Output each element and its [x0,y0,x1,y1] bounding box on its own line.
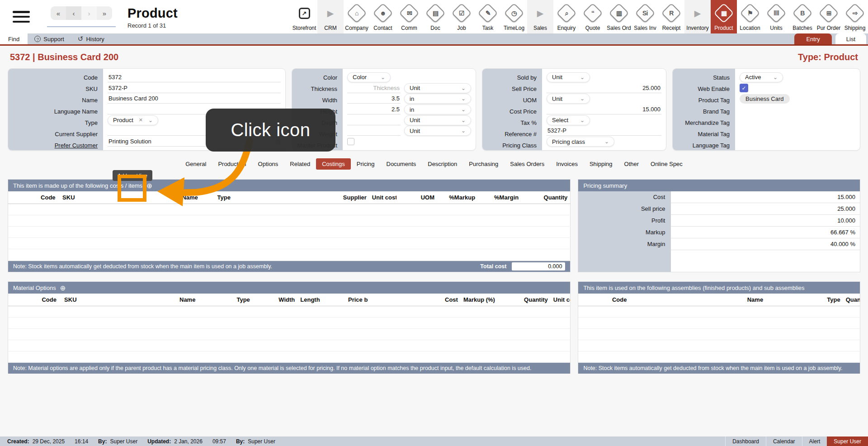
entry-tab[interactable]: Entry [794,33,831,44]
sales-inv-item[interactable]: Si Sales Inv [632,0,658,33]
company-item[interactable]: ⌂ Company [344,0,370,33]
total-cost-field[interactable]: 0.000 [512,262,565,270]
units-item[interactable]: ‖‖ Units [763,0,789,33]
table-row[interactable] [578,306,860,317]
timelog-item[interactable]: ◷ TimeLog [501,0,527,33]
prefer-customer-link[interactable]: Prefer Customer [8,140,103,151]
sell-price-field[interactable]: 25.000 [547,83,661,93]
product-tag-chip[interactable]: Business Card [740,94,790,104]
cost-price-field[interactable]: 15.000 [547,104,661,114]
thickness-unit-select[interactable]: Unit⌄ [404,83,471,93]
status-select[interactable]: Active⌄ [740,72,783,82]
product-item[interactable]: ▦ Product [711,0,737,33]
sold-by-select[interactable]: Unit⌄ [547,72,590,82]
table-row[interactable] [8,340,570,351]
table-row[interactable] [8,328,570,340]
table-row[interactable] [578,340,860,351]
enquiry-item[interactable]: ⌕ Enquiry [553,0,580,33]
tab-options[interactable]: Options [252,158,284,170]
clear-icon[interactable]: ✕ [139,117,143,123]
depth-field[interactable] [347,115,401,125]
quote-item[interactable]: “ Quote [580,0,606,33]
sales-ord-item[interactable]: ▥ Sales Ord [606,0,632,33]
receipt-item[interactable]: R Receipt [658,0,684,33]
tab-sales-orders[interactable]: Sales Orders [504,158,550,170]
reference-field[interactable]: 5327-P [547,126,661,136]
weight-unit-select[interactable]: Unit⌄ [404,126,471,136]
alert[interactable]: Alert [802,437,827,446]
storefront-item[interactable]: ↗ Storefront [291,0,317,33]
prev-record-button[interactable]: ‹ [66,6,81,20]
sales-item[interactable]: ▶ Sales [527,0,553,33]
contact-item[interactable]: ☻ Contact [370,0,396,33]
weight-field[interactable] [347,126,401,136]
location-item[interactable]: ⚑ Location [737,0,763,33]
tab-related[interactable]: Related [284,158,316,170]
type-select[interactable]: Product ✕ ⌄ [108,115,158,125]
table-row[interactable] [8,215,570,226]
web-enable-checkbox[interactable]: ✓ [740,84,748,92]
table-row[interactable] [8,317,570,328]
tab-other[interactable]: Other [618,158,645,170]
find-button[interactable]: Find [0,33,28,44]
tab-shipping[interactable]: Shipping [584,158,618,170]
support-button[interactable]: ? Support [28,33,71,44]
table-row[interactable] [578,351,860,362]
inventory-item[interactable]: ▶ Inventory [684,0,711,33]
customer-lookup-icon[interactable]: ▤ [275,138,281,145]
table-row[interactable] [578,317,860,328]
pricing-class-select[interactable]: Pricing class⌄ [547,137,614,147]
supplier-lookup-icon[interactable]: ▤ [275,128,281,134]
batches-item[interactable]: B Batches [789,0,816,33]
height-field[interactable]: 2.5 [347,104,401,114]
add-material-option-icon[interactable]: ⊕ [60,285,66,291]
uom-select[interactable]: Unit⌄ [547,94,590,104]
color-select[interactable]: Color⌄ [347,72,391,82]
name-field[interactable]: Business Card 200 [108,94,281,104]
table-row[interactable] [8,351,570,362]
tab-online-spec[interactable]: Online Spec [645,158,689,170]
code-field[interactable]: 5372 [108,72,281,82]
tab-pricing[interactable]: Pricing [351,158,381,170]
list-tab[interactable]: List [835,33,866,44]
task-item[interactable]: ✎ Task [475,0,501,33]
table-row[interactable] [8,306,570,317]
first-record-button[interactable]: « [51,6,66,20]
last-record-button[interactable]: » [97,6,112,20]
table-row[interactable] [8,204,570,215]
thickness-field[interactable]: Thickness [347,83,401,93]
tab-costings[interactable]: Costings [316,158,351,170]
tax-select[interactable]: Select⌄ [547,115,590,125]
calendar[interactable]: Calendar [766,437,802,446]
tab-documents[interactable]: Documents [381,158,422,170]
tab-general[interactable]: General [179,158,212,170]
width-field[interactable]: 3.5 [347,94,401,104]
shipping-item[interactable]: ⇨ Shipping [842,0,868,33]
crm-item[interactable]: ▶ CRM [317,0,344,33]
dashboard[interactable]: Dashboard [725,437,766,446]
master-product-checkbox[interactable] [347,138,354,145]
sku-field[interactable]: 5372-P [108,83,281,93]
table-row[interactable] [8,226,570,237]
current-supplier-field[interactable] [108,126,269,136]
table-row[interactable] [8,237,570,249]
width-unit-select[interactable]: in⌄ [404,94,471,104]
prefer-customer-field[interactable]: Printing Solution [108,137,269,147]
depth-unit-select[interactable]: Unit⌄ [404,115,471,125]
comm-item[interactable]: ✉ Comm [396,0,422,33]
history-button[interactable]: ↺ History [71,33,111,44]
add-cost-line-icon[interactable]: ⊕ [146,182,152,189]
table-row[interactable] [8,249,570,260]
menu-icon[interactable] [13,11,30,23]
table-row[interactable] [578,328,860,340]
tab-invoices[interactable]: Invoices [550,158,584,170]
tab-description[interactable]: Description [422,158,463,170]
doc-item[interactable]: ▤ Doc [422,0,448,33]
next-record-button[interactable]: › [81,6,97,20]
pur-order-item[interactable]: ⊞ Pur Order [816,0,842,33]
tab-production[interactable]: Production [212,158,252,170]
tab-purchasing[interactable]: Purchasing [463,158,504,170]
job-item[interactable]: ☑ Job [448,0,475,33]
height-unit-select[interactable]: in⌄ [404,104,471,114]
language-name-field[interactable] [108,104,281,114]
